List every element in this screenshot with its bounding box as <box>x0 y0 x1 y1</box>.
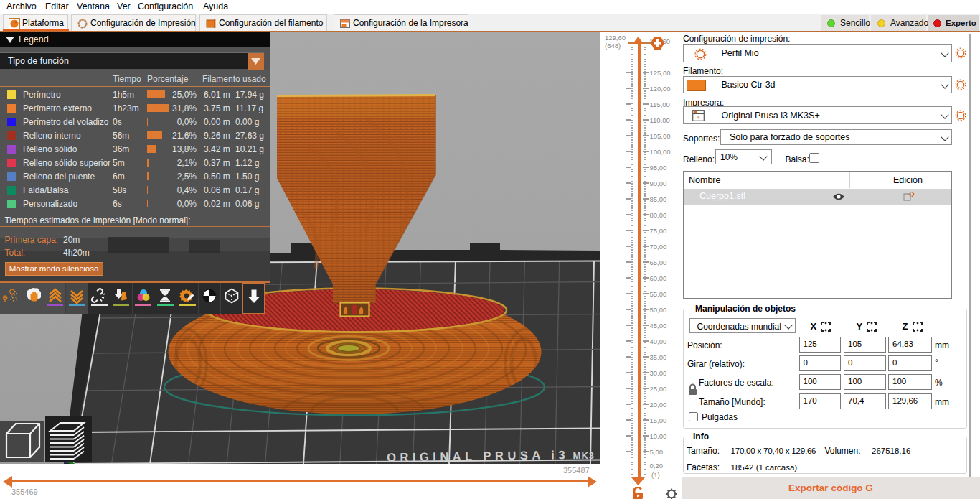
svg-text:MK3: MK3 <box>573 450 595 461</box>
svg-text:ORIGINAL PRUSA i3: ORIGINAL PRUSA i3 <box>387 448 569 464</box>
